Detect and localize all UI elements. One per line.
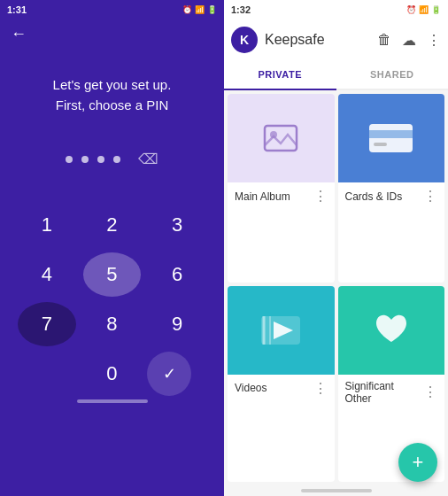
main-album-name: Main Album xyxy=(235,190,290,203)
left-panel: 1:31 ⏰ 📶 🔋 ← Let's get you set up. First… xyxy=(0,0,224,496)
fab-add-icon: + xyxy=(413,451,424,474)
top-nav: ← xyxy=(0,19,224,49)
image-icon xyxy=(261,119,300,158)
right-battery-icon: 🔋 xyxy=(431,5,441,14)
main-album-more-icon[interactable]: ⋮ xyxy=(313,188,328,205)
keypad: 1 2 3 4 5 6 7 8 9 xyxy=(0,203,224,346)
tab-private[interactable]: PRIVATE xyxy=(224,60,336,89)
key-7[interactable]: 7 xyxy=(18,302,76,346)
card-icon xyxy=(367,121,415,155)
trash-icon[interactable]: 🗑 xyxy=(377,32,391,48)
key-2[interactable]: 2 xyxy=(83,203,142,247)
significant-album-more-icon[interactable]: ⋮ xyxy=(423,384,437,400)
videos-album-thumbnail xyxy=(228,286,335,375)
right-status-time: 1:32 xyxy=(231,4,251,15)
right-bottom-indicator xyxy=(301,489,372,492)
key-0[interactable]: 0 xyxy=(106,352,117,396)
heart-icon xyxy=(369,308,413,353)
pin-dot-3 xyxy=(97,156,104,163)
pin-dots-row: ⌫ xyxy=(0,151,224,167)
pin-dot-4 xyxy=(113,156,120,163)
significant-album-footer: Significant Other ⋮ xyxy=(338,375,445,410)
battery-icon: 🔋 xyxy=(207,5,217,14)
signal-icon: 📶 xyxy=(195,5,205,14)
svg-rect-3 xyxy=(369,130,413,138)
left-status-bar: 1:31 ⏰ 📶 🔋 xyxy=(0,0,224,19)
videos-album-footer: Videos ⋮ xyxy=(228,375,335,402)
key-empty xyxy=(33,352,77,396)
pin-dot-1 xyxy=(66,156,73,163)
setup-line2: First, choose a PIN xyxy=(56,97,169,112)
albums-grid: Main Album ⋮ Cards & IDs ⋮ xyxy=(224,90,448,485)
significant-album-name: Significant Other xyxy=(345,380,424,405)
right-alarm-icon: ⏰ xyxy=(406,5,416,14)
alarm-icon: ⏰ xyxy=(182,5,192,14)
cards-album-footer: Cards & IDs ⋮ xyxy=(338,182,445,210)
main-album-thumbnail xyxy=(228,94,335,182)
right-panel: 1:32 ⏰ 📶 🔋 K Keepsafe 🗑 ☁ ⋮ PRIVATE SHAR… xyxy=(224,0,448,496)
key-5[interactable]: 5 xyxy=(83,252,142,297)
key-4[interactable]: 4 xyxy=(18,252,76,297)
videos-album-name: Videos xyxy=(235,382,266,394)
key-1[interactable]: 1 xyxy=(18,203,76,247)
confirm-icon: ✓ xyxy=(163,364,176,384)
video-icon xyxy=(259,313,302,348)
cards-album-name: Cards & IDs xyxy=(345,190,403,203)
bottom-row: 0 ✓ xyxy=(0,352,224,396)
album-main[interactable]: Main Album ⋮ xyxy=(228,94,335,283)
left-status-icons: ⏰ 📶 🔋 xyxy=(182,5,217,14)
album-videos[interactable]: Videos ⋮ xyxy=(228,286,335,483)
tabs: PRIVATE SHARED xyxy=(224,60,448,90)
fab-add-button[interactable]: + xyxy=(398,443,437,482)
left-status-time: 1:31 xyxy=(7,4,27,15)
setup-line1: Let's get you set up. xyxy=(53,77,172,92)
app-avatar: K xyxy=(231,27,258,53)
key-confirm[interactable]: ✓ xyxy=(147,352,191,396)
key-9[interactable]: 9 xyxy=(148,302,206,346)
album-cards[interactable]: Cards & IDs ⋮ xyxy=(338,94,445,283)
left-bottom-indicator xyxy=(77,399,148,403)
svg-rect-4 xyxy=(374,143,387,146)
significant-album-thumbnail xyxy=(338,286,445,375)
right-status-bar: 1:32 ⏰ 📶 🔋 xyxy=(224,0,448,19)
cards-album-thumbnail xyxy=(338,94,445,182)
cloud-icon[interactable]: ☁ xyxy=(402,32,416,49)
tab-shared[interactable]: SHARED xyxy=(336,60,449,89)
key-8[interactable]: 8 xyxy=(83,302,142,346)
cards-album-more-icon[interactable]: ⋮ xyxy=(423,188,437,205)
more-options-icon[interactable]: ⋮ xyxy=(427,32,441,49)
videos-album-more-icon[interactable]: ⋮ xyxy=(313,380,328,397)
key-3[interactable]: 3 xyxy=(148,203,206,247)
app-title: Keepsafe xyxy=(265,32,370,48)
right-signal-icon: 📶 xyxy=(419,5,429,14)
pin-delete-icon[interactable]: ⌫ xyxy=(138,151,158,167)
key-6[interactable]: 6 xyxy=(148,252,206,297)
app-bar: K Keepsafe 🗑 ☁ ⋮ xyxy=(224,19,448,60)
pin-dot-2 xyxy=(81,156,89,163)
setup-text: Let's get you set up. First, choose a PI… xyxy=(0,75,224,115)
app-bar-icons: 🗑 ☁ ⋮ xyxy=(377,32,441,49)
back-button[interactable]: ← xyxy=(11,25,27,43)
right-status-icons: ⏰ 📶 🔋 xyxy=(406,5,441,14)
main-album-footer: Main Album ⋮ xyxy=(228,182,335,210)
